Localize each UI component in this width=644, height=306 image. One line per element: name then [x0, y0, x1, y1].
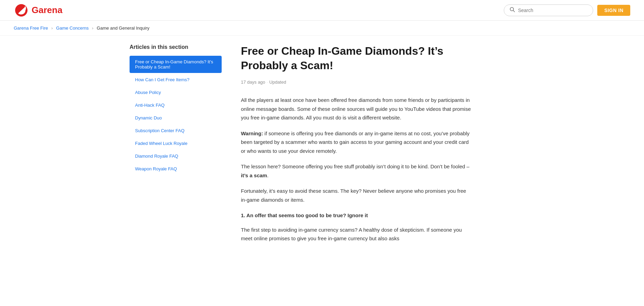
sidebar-item-8[interactable]: Weapon Royale FAQ — [130, 163, 222, 175]
logo-area: Garena — [14, 3, 63, 18]
sidebar-item-7[interactable]: Diamond Royale FAQ — [130, 150, 222, 162]
sidebar-item-4[interactable]: Dynamic Duo — [130, 112, 222, 124]
sidebar-item-5[interactable]: Subscription Center FAQ — [130, 125, 222, 137]
article-para-4: Fortunately, it’s easy to avoid these sc… — [241, 187, 473, 204]
sidebar-item-0[interactable]: Free or Cheap In-Game Diamonds? It's Pro… — [130, 56, 222, 73]
search-icon — [510, 7, 515, 14]
breadcrumb-item-1[interactable]: Garena Free Fire — [14, 25, 48, 31]
article-title: Free or Cheap In-Game Diamonds? It’s Pro… — [241, 44, 473, 73]
article-para-3: The lesson here? Someone offering you fr… — [241, 162, 473, 180]
article-section-heading: 1. An offer that seems too good to be tr… — [241, 211, 473, 220]
article-warning-label: Warning: — [241, 130, 263, 136]
sidebar: Articles in this section Free or Cheap I… — [130, 36, 233, 258]
breadcrumb-current: Game and General Inquiry — [97, 25, 149, 31]
article-para-2-text: if someone is offering you free diamonds… — [241, 130, 469, 154]
article-para-2: Warning: if someone is offering you free… — [241, 129, 473, 156]
article-meta: 17 days ago · Updated — [241, 80, 473, 85]
article-para-5: The first step to avoiding in-game curre… — [241, 225, 473, 243]
sidebar-item-2[interactable]: Abuse Policy — [130, 86, 222, 98]
main-layout: Articles in this section Free or Cheap I… — [116, 36, 528, 258]
search-container[interactable] — [504, 4, 593, 16]
article-body: All the players at least once have been … — [241, 96, 473, 243]
article-para-1: All the players at least once have been … — [241, 96, 473, 122]
article-time-ago: 17 days ago — [241, 80, 265, 85]
search-input[interactable] — [518, 8, 587, 13]
breadcrumb-sep-2: › — [92, 25, 93, 31]
article-para-3-end: . — [267, 172, 268, 178]
svg-line-2 — [513, 10, 515, 12]
logo-text: Garena — [32, 5, 63, 15]
sidebar-item-6[interactable]: Faded Wheel Luck Royale — [130, 137, 222, 149]
header-right: SIGN IN — [504, 4, 630, 16]
article-meta-sep: · — [267, 80, 268, 85]
breadcrumb-sep-1: › — [51, 25, 53, 31]
article-main: Free or Cheap In-Game Diamonds? It’s Pro… — [233, 36, 473, 258]
article-scam-bold: it’s a scam — [241, 172, 267, 178]
breadcrumb: Garena Free Fire › Game Concerns › Game … — [0, 21, 644, 36]
header: Garena SIGN IN — [0, 0, 644, 21]
sidebar-item-1[interactable]: How Can I Get Free Items? — [130, 74, 222, 86]
article-updated-label: Updated — [269, 80, 286, 85]
garena-logo-icon — [14, 3, 29, 18]
sign-in-button[interactable]: SIGN IN — [597, 5, 630, 16]
article-para-3-text: The lesson here? Someone offering you fr… — [241, 163, 469, 169]
breadcrumb-item-2[interactable]: Game Concerns — [56, 25, 89, 31]
sidebar-item-3[interactable]: Anti-Hack FAQ — [130, 99, 222, 111]
sidebar-title: Articles in this section — [130, 44, 222, 50]
